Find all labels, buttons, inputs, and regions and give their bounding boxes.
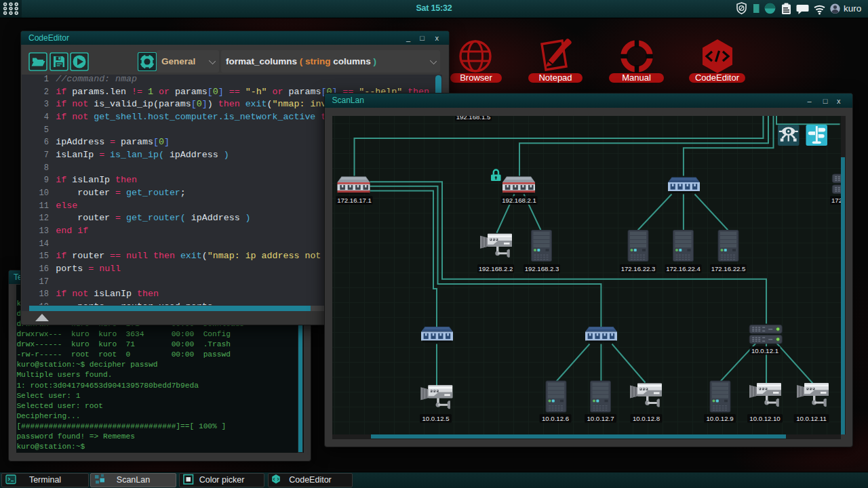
svg-text:172.16.17.1: 172.16.17.1 — [337, 197, 372, 204]
svg-text:192.168.2.1: 192.168.2.1 — [502, 197, 536, 204]
svg-text:172.16.22.3: 172.16.22.3 — [620, 264, 655, 272]
svg-text:10.0.12.9: 10.0.12.9 — [706, 414, 733, 422]
svg-text:192.168.2.3: 192.168.2.3 — [524, 264, 559, 272]
svg-text:172.16.22.4: 172.16.22.4 — [666, 264, 701, 272]
svg-text:10.0.12.1: 10.0.12.1 — [751, 346, 778, 354]
svg-text:10.0.12.8: 10.0.12.8 — [632, 414, 659, 422]
svg-text:192.168.1.5: 192.168.1.5 — [456, 116, 490, 121]
svg-text:10.0.12.6: 10.0.12.6 — [541, 414, 568, 422]
svg-text:10.0.12.5: 10.0.12.5 — [422, 414, 449, 422]
svg-text:172.16.22.5: 172.16.22.5 — [711, 264, 745, 272]
svg-text:172.: 172. — [831, 197, 841, 204]
svg-text:10.0.12.7: 10.0.12.7 — [587, 414, 614, 422]
svg-text:192.168.2.2: 192.168.2.2 — [478, 264, 513, 272]
svg-text:10.0.12.10: 10.0.12.10 — [749, 414, 780, 422]
svg-text:10.0.12.11: 10.0.12.11 — [796, 414, 827, 422]
